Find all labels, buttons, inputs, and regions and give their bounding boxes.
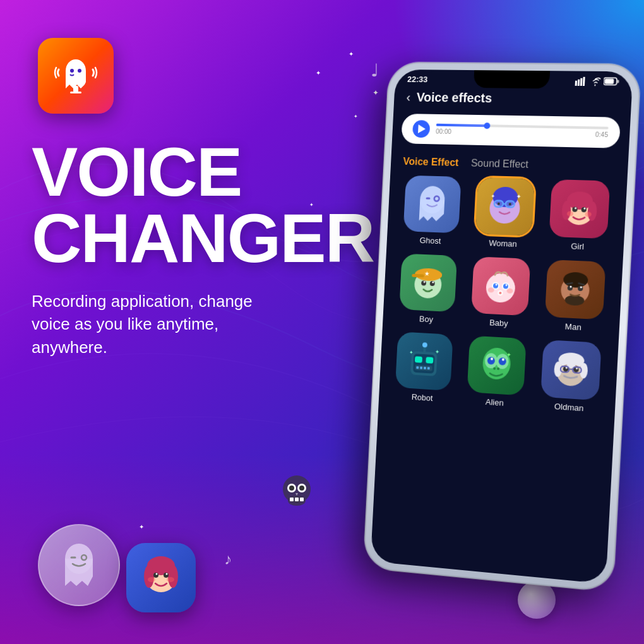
svg-rect-91 (416, 366, 419, 369)
effect-avatar-boy: ★ (399, 254, 457, 313)
svg-rect-33 (604, 79, 614, 84)
svg-text:✦: ✦ (491, 193, 496, 199)
svg-rect-4 (73, 86, 78, 92)
orb-decoration (518, 581, 556, 619)
play-button[interactable] (412, 120, 431, 138)
svg-rect-16 (65, 559, 93, 576)
player-fill (436, 124, 487, 127)
effect-item-ghost[interactable]: Ghost (399, 175, 465, 246)
effect-label-girl: Girl (571, 241, 584, 251)
svg-rect-31 (583, 76, 585, 85)
svg-text:✦: ✦ (506, 352, 512, 359)
effect-item-girl[interactable]: Girl (544, 179, 614, 253)
svg-point-11 (299, 486, 304, 491)
phone-screen: 22:33 ‹ Voice effects (371, 69, 633, 584)
effect-label-baby: Baby (489, 318, 508, 328)
phone-container: 22:33 ‹ Voice effects (363, 62, 641, 592)
effect-item-boy[interactable]: ★ Boy (395, 253, 461, 325)
svg-rect-12 (290, 498, 294, 501)
svg-rect-14 (300, 498, 304, 501)
player-times: 00:00 0:45 (436, 128, 608, 138)
screen-title: Voice effects (416, 90, 492, 105)
player-end-time: 0:45 (595, 131, 609, 139)
svg-rect-34 (617, 80, 619, 83)
sparkle-3: ✦ (373, 88, 379, 97)
girl-bubble (126, 543, 196, 612)
status-icons (575, 76, 620, 86)
effects-grid: Ghost (378, 172, 627, 425)
effect-avatar-woman: ✦ ✦ (475, 177, 535, 236)
app-icon (38, 38, 114, 114)
effect-item-woman[interactable]: ✦ ✦ Woman (471, 177, 539, 249)
svg-point-2 (70, 69, 74, 73)
app-subtitle: Recording application, change voice as y… (32, 290, 271, 359)
svg-rect-28 (575, 80, 577, 85)
title-line2: CHANGER (32, 205, 335, 271)
audio-player[interactable]: 00:00 0:45 (401, 114, 621, 148)
effect-item-oldman[interactable]: Oldman (536, 340, 605, 415)
effect-avatar-baby (471, 256, 530, 316)
svg-rect-60 (412, 274, 424, 278)
sparkle-2: ✦ (354, 114, 358, 119)
svg-rect-89 (426, 357, 433, 364)
svg-rect-1 (66, 71, 86, 82)
music-note-1: ♩ (371, 60, 379, 81)
effect-label-oldman: Oldman (554, 402, 584, 413)
svg-point-10 (289, 486, 294, 491)
app-title: VOICE CHANGER (32, 139, 335, 271)
title-line1: VOICE (32, 139, 335, 205)
svg-rect-29 (578, 79, 580, 85)
player-bar-container: 00:00 0:45 (436, 124, 609, 138)
svg-rect-93 (424, 367, 426, 369)
svg-rect-94 (427, 367, 430, 369)
effect-label-ghost: Ghost (419, 236, 441, 246)
svg-point-25 (165, 573, 167, 575)
player-scrubber[interactable] (484, 122, 490, 129)
effect-item-alien[interactable]: ✦ Alien (463, 335, 530, 409)
app-header: ‹ Voice effects (393, 84, 632, 114)
title-section: VOICE CHANGER Recording application, cha… (32, 139, 335, 359)
tab-sound-effect[interactable]: Sound Effect (470, 158, 528, 170)
svg-text:✦: ✦ (409, 350, 414, 355)
play-icon (418, 124, 426, 133)
effect-avatar-man (545, 259, 606, 319)
svg-text:✦: ✦ (435, 349, 440, 355)
svg-point-27 (167, 577, 174, 582)
tab-voice-effect[interactable]: Voice Effect (403, 156, 459, 169)
svg-point-3 (78, 69, 81, 73)
svg-rect-30 (580, 78, 583, 85)
music-note-2: ♪ (224, 551, 232, 568)
player-current-time: 00:00 (436, 128, 451, 135)
skull-decoration (271, 467, 322, 518)
svg-rect-92 (420, 366, 422, 369)
sparkle-7: ✦ (349, 51, 354, 57)
effect-item-man[interactable]: Man (540, 259, 610, 333)
svg-point-21 (168, 565, 178, 588)
back-button[interactable]: ‹ (406, 90, 411, 105)
phone-frame: 22:33 ‹ Voice effects (363, 62, 641, 592)
svg-point-26 (148, 577, 155, 582)
effect-label-woman: Woman (489, 238, 517, 249)
sparkle-1: ✦ (316, 69, 321, 76)
effect-avatar-ghost (403, 176, 462, 234)
effect-label-man: Man (565, 321, 582, 332)
effect-item-robot[interactable]: ✦ ✦ Robot (391, 331, 456, 404)
svg-rect-13 (295, 498, 299, 501)
effect-avatar-girl (549, 179, 611, 239)
effect-item-baby[interactable]: Baby (467, 256, 534, 330)
svg-point-87 (422, 342, 427, 347)
effect-avatar-oldman (540, 340, 602, 400)
effect-label-alien: Alien (486, 397, 504, 408)
effect-avatar-robot: ✦ ✦ (395, 331, 453, 391)
svg-point-20 (144, 565, 154, 588)
effect-label-boy: Boy (419, 314, 433, 324)
svg-rect-5 (70, 92, 81, 93)
sparkle-5: ✦ (139, 523, 144, 530)
ghost-bubble (38, 524, 120, 606)
svg-text:★: ★ (424, 270, 430, 277)
effect-label-robot: Robot (411, 392, 432, 403)
svg-rect-88 (415, 356, 422, 363)
status-time: 22:33 (407, 75, 428, 84)
svg-text:✦: ✦ (516, 193, 522, 200)
effect-avatar-alien: ✦ (467, 336, 527, 396)
